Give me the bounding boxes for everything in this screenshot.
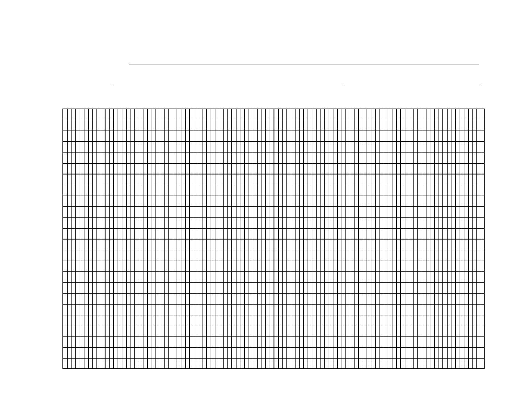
grid-hline	[63, 206, 484, 207]
grid-hline	[63, 163, 484, 164]
header-underline-top	[129, 65, 479, 65]
grid-hline	[63, 131, 484, 131]
grid-hline	[63, 336, 484, 337]
grid-hline	[63, 228, 484, 229]
header-underline-right	[344, 83, 480, 83]
grid-hline	[63, 141, 484, 142]
grid-hline	[63, 261, 484, 261]
grid-hline	[63, 217, 484, 218]
grid-hline	[63, 315, 484, 315]
grid-hline	[63, 304, 484, 305]
grid-hline	[63, 239, 484, 240]
grid-hline	[63, 196, 484, 196]
grid-hline	[63, 250, 484, 250]
grid-paper	[62, 109, 485, 369]
grid-hline	[63, 293, 484, 294]
grid-hline	[63, 282, 484, 283]
grid-hline	[63, 174, 484, 174]
header-underline-left	[111, 83, 262, 83]
grid-hline	[63, 347, 484, 348]
grid-hline	[63, 326, 484, 326]
grid-hline	[63, 185, 484, 185]
grid-hline	[63, 152, 484, 153]
grid-hline	[63, 120, 484, 120]
grid-hline	[63, 358, 484, 359]
grid-lines	[63, 109, 484, 368]
grid-hline	[63, 271, 484, 272]
